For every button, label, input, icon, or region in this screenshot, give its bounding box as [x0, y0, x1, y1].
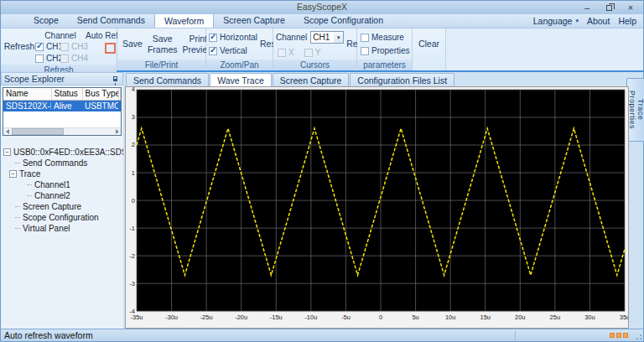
- svg-text:15u: 15u: [480, 314, 490, 321]
- column-header-name[interactable]: Name: [3, 88, 51, 100]
- svg-text:-20u: -20u: [235, 314, 247, 321]
- menu-tab-screen-capture[interactable]: Screen Capture: [214, 13, 294, 28]
- tab-configuration-files-list[interactable]: Configuration Files List: [350, 73, 454, 86]
- menu-tab-scope[interactable]: Scope: [24, 13, 68, 28]
- cursor-y-checkbox[interactable]: Y: [304, 48, 321, 57]
- right-dock-strip: Trace Properties: [629, 72, 643, 329]
- tree-item-screen-capture[interactable]: Screen Capture: [3, 201, 123, 212]
- table-row-sds1202x-e[interactable]: SDS1202X-E Alive USBTMC U: [3, 100, 121, 111]
- cursor-channel-select[interactable]: CH1 ▾: [310, 31, 344, 44]
- minimize-button[interactable]: –: [576, 1, 598, 14]
- ch1-checkbox[interactable]: CH1: [35, 42, 60, 51]
- tree-item-channel1[interactable]: Channel1: [3, 179, 123, 190]
- tab-screen-capture[interactable]: Screen Capture: [273, 73, 350, 86]
- menu-tab-send-commands[interactable]: Send Commands: [68, 13, 154, 28]
- ch3-checkbox[interactable]: CH3: [60, 42, 86, 51]
- svg-text:-5u: -5u: [341, 314, 351, 321]
- checkbox-box-icon: [35, 54, 44, 63]
- menu-tab-waveform[interactable]: Waveform: [154, 13, 214, 28]
- about-menu[interactable]: About: [587, 16, 610, 26]
- language-menu[interactable]: Language: [533, 16, 573, 26]
- title-bar: EasyScopeX – ×: [1, 1, 643, 14]
- pin-button[interactable]: [110, 74, 120, 84]
- checkbox-box-icon: [361, 34, 369, 42]
- device-bus-type-cell: USBTMC: [82, 100, 118, 111]
- wave-trace-chart[interactable]: 43210-1-2-3-4-35u-30u-25u-20u-15u-10u-5u…: [125, 86, 629, 329]
- channel-label: Channel: [44, 31, 75, 40]
- device-name-cell: SDS1202X-E: [3, 100, 51, 111]
- cursor-x-checkbox[interactable]: X: [278, 48, 294, 57]
- status-divider: [515, 331, 516, 340]
- chevron-down-icon[interactable]: ▾: [334, 32, 343, 43]
- status-message: Auto refresh waveform: [1, 330, 515, 340]
- resize-grip[interactable]: [631, 330, 643, 341]
- collapse-icon[interactable]: −: [9, 170, 17, 178]
- svg-text:-30u: -30u: [165, 314, 178, 321]
- zoom-pan-group-label: Zoom/Pan: [206, 60, 273, 70]
- svg-text:2: 2: [132, 142, 135, 149]
- tree-item-virtual-panel[interactable]: Virtual Panel: [3, 223, 123, 234]
- checkbox-box-icon: [278, 49, 286, 57]
- clear-group: Clear: [413, 28, 446, 70]
- menu-bar: Scope Send Commands Waveform Screen Capt…: [1, 14, 643, 28]
- clear-button[interactable]: Clear: [416, 38, 442, 49]
- collapse-icon[interactable]: −: [3, 148, 11, 156]
- svg-text:3: 3: [132, 114, 135, 122]
- checkbox-box-icon: [361, 47, 369, 55]
- checkbox-box-icon: [60, 43, 69, 51]
- content-tab-bar: Send Commands Wave Trace Screen Capture …: [125, 72, 629, 86]
- scope-explorer-header: Scope Explorer: [1, 72, 123, 86]
- parameters-group-label: parameters: [357, 60, 412, 70]
- ribbon-empty-area: [446, 28, 643, 70]
- tab-send-commands[interactable]: Send Commands: [126, 73, 209, 86]
- status-bar: Auto refresh waveform: [1, 329, 643, 341]
- activity-indicator-icon: [610, 333, 628, 338]
- close-button[interactable]: ×: [620, 1, 641, 14]
- save-button[interactable]: Save: [120, 30, 145, 58]
- horizontal-checkbox[interactable]: Horizontal: [209, 33, 257, 42]
- scroll-right-icon[interactable]: [113, 128, 121, 135]
- scroll-left-icon[interactable]: [3, 128, 11, 135]
- horizontal-scrollbar[interactable]: [3, 127, 121, 135]
- svg-text:20u: 20u: [515, 314, 525, 321]
- explorer-tree-items: Send Commands−TraceChannel1Channel2Scree…: [3, 158, 123, 234]
- scrollbar-thumb[interactable]: [12, 128, 64, 135]
- content-area: Send Commands Wave Trace Screen Capture …: [125, 72, 629, 329]
- svg-text:-35u: -35u: [131, 314, 143, 321]
- tree-item-scope-configuration[interactable]: Scope Configuration: [3, 212, 123, 223]
- column-header-status[interactable]: Status: [51, 88, 82, 100]
- tab-wave-trace[interactable]: Wave Trace: [210, 73, 272, 86]
- svg-text:-25u: -25u: [200, 314, 213, 321]
- device-table: Name Status Bus Type A SDS1202X-E Alive …: [3, 87, 122, 136]
- refresh-button[interactable]: Refresh: [2, 40, 38, 52]
- svg-text:-15u: -15u: [270, 314, 283, 321]
- save-frames-button[interactable]: Save Frames: [145, 30, 180, 58]
- ch2-checkbox[interactable]: CH2: [35, 54, 60, 63]
- properties-checkbox[interactable]: Properties: [361, 46, 409, 55]
- tree-item-trace[interactable]: −Trace: [3, 168, 123, 179]
- svg-text:4: 4: [132, 87, 135, 93]
- checkbox-box-icon: [209, 34, 217, 42]
- device-address-cell: U: [118, 100, 121, 111]
- svg-text:10u: 10u: [445, 314, 455, 321]
- menu-tab-scope-configuration[interactable]: Scope Configuration: [294, 13, 392, 28]
- measure-checkbox[interactable]: Measure: [361, 33, 409, 42]
- restore-icon: [606, 5, 612, 11]
- column-header-bus-type[interactable]: Bus Type: [82, 88, 118, 100]
- svg-text:1: 1: [132, 169, 135, 177]
- scope-explorer-title: Scope Explorer: [4, 74, 110, 84]
- svg-text:0: 0: [379, 314, 382, 321]
- help-menu[interactable]: Help: [618, 16, 636, 26]
- tree-root-usb-device[interactable]: − USB0::0xF4ED::0xEE3A::SDS1ECDD2R: [3, 147, 123, 158]
- parameters-group: Measure Properties parameters: [357, 28, 413, 70]
- tree-item-channel2[interactable]: Channel2: [3, 190, 123, 201]
- vertical-checkbox[interactable]: Vertical: [209, 46, 257, 55]
- file-print-group: Save Save Frames Print Preview Print Fil…: [117, 28, 206, 70]
- ch4-checkbox[interactable]: CH4: [60, 54, 86, 63]
- auto-refresh-indicator[interactable]: [105, 43, 116, 54]
- column-header-address[interactable]: A: [118, 88, 121, 100]
- tree-item-send-commands[interactable]: Send Commands: [3, 158, 123, 168]
- restore-button[interactable]: [598, 1, 620, 14]
- easyscopex-window: EasyScopeX – × Scope Send Commands Wavef…: [0, 0, 644, 342]
- cursors-group: Channel CH1 ▾ X Y Reset Cursors: [273, 28, 357, 70]
